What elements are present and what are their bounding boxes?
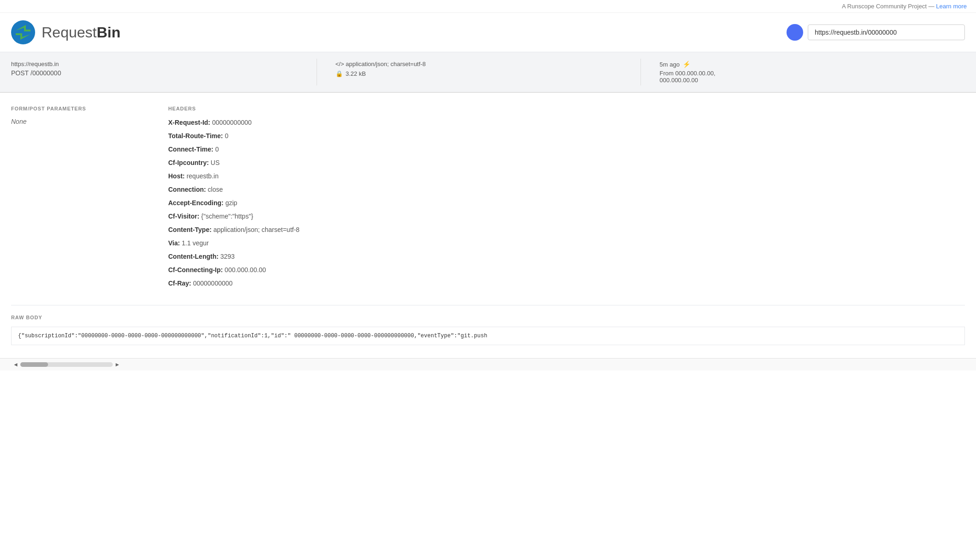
header-value: application/json; charset=utf-8 (214, 226, 299, 233)
method-label: POST (11, 69, 29, 77)
header-key: Content-Type: (168, 226, 212, 233)
raw-body-content: {"subscriptionId":"00000000-0000-0000-00… (11, 327, 965, 345)
scrollbar-track[interactable] (20, 362, 113, 367)
header-value: {"scheme":"https"} (201, 213, 253, 220)
size-value: 3.22 kB (346, 70, 366, 77)
bottom-scrollbar-area: ◄ ► (0, 358, 976, 371)
header-entry: Connection: close (168, 185, 965, 195)
logo-text-bold: Bin (97, 24, 121, 41)
header-entry: Content-Length: 3293 (168, 252, 965, 262)
header-entry: Content-Type: application/json; charset=… (168, 225, 965, 235)
header-key: Connect-Time: (168, 146, 214, 153)
logo-text-normal: Request (42, 24, 97, 41)
request-method: POST /00000000 (11, 69, 317, 77)
scroll-left-arrow[interactable]: ◄ (11, 361, 20, 368)
headers-section: HEADERS X-Request-Id: 00000000000Total-R… (168, 106, 965, 292)
header-value: 00000000000 (212, 119, 252, 126)
header-entry: Cf-Ipcountry: US (168, 158, 965, 168)
page-header: RequestBin (0, 13, 976, 52)
url-bar-area (787, 24, 965, 41)
two-col-layout: FORM/POST PARAMETERS None HEADERS X-Requ… (11, 106, 965, 292)
from-ip-line2: 000.000.00.00 (659, 77, 965, 84)
logo-area: RequestBin (11, 20, 121, 44)
request-col-type: </> application/json; charset=utf-8 🔒 3.… (317, 59, 641, 85)
header-entry: Accept-Encoding: gzip (168, 198, 965, 208)
svg-point-0 (11, 20, 35, 44)
headers-list: X-Request-Id: 00000000000Total-Route-Tim… (168, 118, 965, 288)
header-key: Via: (168, 239, 180, 247)
header-entry: Cf-Visitor: {"scheme":"https"} (168, 212, 965, 221)
header-key: Cf-Connecting-Ip: (168, 266, 223, 274)
header-value: gzip (226, 199, 238, 207)
request-col-time: 5m ago ⚡ From 000.000.00.00, 000.000.00.… (640, 59, 965, 85)
request-info-row: https://requestb.in POST /00000000 </> a… (0, 52, 976, 93)
header-key: Content-Length: (168, 253, 219, 260)
form-post-none: None (11, 118, 150, 125)
header-entry: X-Request-Id: 00000000000 (168, 118, 965, 128)
header-entry: Total-Route-Time: 0 (168, 131, 965, 141)
bin-url-input[interactable] (808, 24, 965, 40)
header-key: Connection: (168, 186, 206, 193)
time-ago-line: 5m ago ⚡ (659, 61, 965, 68)
header-key: Cf-Visitor: (168, 213, 199, 220)
header-key: Total-Route-Time: (168, 132, 223, 140)
header-entry: Host: requestb.in (168, 171, 965, 181)
header-value: requestb.in (187, 172, 219, 180)
banner-text: A Runscope Community Project — (842, 3, 936, 10)
scrollbar-thumb[interactable] (20, 362, 48, 367)
from-ip-line1: From 000.000.00.00, (659, 70, 965, 77)
header-key: Accept-Encoding: (168, 199, 224, 207)
header-key: X-Request-Id: (168, 119, 210, 126)
logo-text: RequestBin (42, 24, 121, 41)
request-url: https://requestb.in (11, 61, 317, 67)
main-content: FORM/POST PARAMETERS None HEADERS X-Requ… (0, 93, 976, 358)
header-value: 0 (215, 146, 219, 153)
time-ago-value: 5m ago (659, 61, 679, 68)
header-entry: Cf-Connecting-Ip: 000.000.00.00 (168, 265, 965, 275)
header-value: 1.1 vegur (182, 239, 208, 247)
raw-body-section: RAW BODY {"subscriptionId":"00000000-000… (11, 305, 965, 345)
header-value: US (211, 159, 220, 166)
method-path: /00000000 (30, 69, 61, 77)
header-key: Cf-Ray: (168, 280, 191, 287)
link-icon: ⚡ (683, 61, 690, 68)
header-entry: Connect-Time: 0 (168, 145, 965, 154)
header-key: Cf-Ipcountry: (168, 159, 209, 166)
top-banner: A Runscope Community Project — Learn mor… (0, 0, 976, 13)
form-post-section: FORM/POST PARAMETERS None (11, 106, 150, 125)
headers-title: HEADERS (168, 106, 965, 111)
request-col-method: https://requestb.in POST /00000000 (11, 59, 317, 85)
header-value: 00000000000 (193, 280, 233, 287)
scroll-right-arrow[interactable]: ► (113, 361, 122, 368)
size-line: 🔒 3.22 kB (336, 70, 641, 77)
content-type-line: </> application/json; charset=utf-8 (336, 61, 641, 67)
header-key: Host: (168, 172, 185, 180)
lock-icon: 🔒 (336, 70, 343, 77)
requestbin-logo-icon (11, 20, 35, 44)
header-value: 0 (225, 132, 228, 140)
form-post-title: FORM/POST PARAMETERS (11, 106, 150, 111)
learn-more-link[interactable]: Learn more (936, 3, 967, 10)
header-value: close (208, 186, 223, 193)
header-entry: Cf-Ray: 00000000000 (168, 279, 965, 288)
header-value: 000.000.00.00 (225, 266, 266, 274)
url-status-indicator (787, 24, 803, 41)
header-value: 3293 (220, 253, 235, 260)
raw-body-title: RAW BODY (11, 315, 965, 320)
header-entry: Via: 1.1 vegur (168, 238, 965, 248)
